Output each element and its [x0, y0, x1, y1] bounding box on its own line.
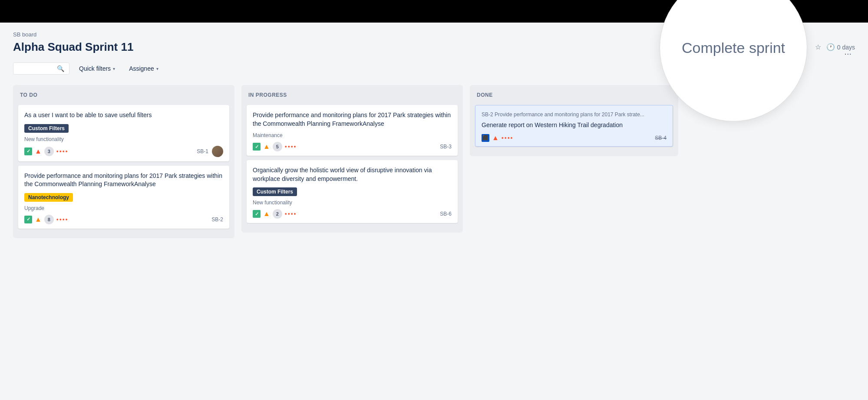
- search-input[interactable]: [18, 65, 57, 72]
- assignee-filter-button[interactable]: Assignee ▾: [125, 62, 163, 75]
- card-sb4-done: SB-2 Provide performance and monitoring …: [475, 105, 673, 147]
- card-meta: New functionality: [24, 136, 223, 142]
- task-icon: ✓: [253, 143, 261, 151]
- card-meta: Upgrade: [24, 205, 223, 211]
- story-points: 2: [273, 209, 282, 219]
- card-tag: Custom Filters: [24, 124, 69, 133]
- card-title: Provide performance and monitoring plans…: [24, 172, 223, 189]
- card-title: Provide performance and monitoring plans…: [253, 111, 452, 128]
- card-meta: New functionality: [253, 200, 452, 206]
- story-points: 5: [273, 142, 282, 151]
- card-tag: Nanotechnology: [24, 193, 73, 202]
- priority-icon: ▲: [35, 216, 42, 223]
- card-sb1: As a user I want to be able to save usef…: [18, 105, 229, 161]
- column-todo: TO DO As a user I want to be able to sav…: [13, 85, 234, 238]
- dots-icon[interactable]: ••••: [56, 148, 69, 155]
- chevron-down-icon: ▾: [113, 66, 115, 71]
- card-icons: ✓ ▲ 2 ••••: [253, 209, 297, 219]
- card-title: As a user I want to be able to save usef…: [24, 111, 223, 120]
- search-box[interactable]: 🔍: [13, 62, 69, 75]
- card-sb3: Provide performance and monitoring plans…: [247, 105, 458, 156]
- story-points: 3: [44, 147, 54, 156]
- task-icon: ✓: [24, 216, 32, 223]
- card-id: SB-1: [197, 148, 208, 154]
- star-icon[interactable]: ☆: [815, 43, 821, 51]
- header-right-actions: ···: [841, 47, 855, 60]
- priority-icon: ▲: [492, 134, 499, 142]
- clock-icon: 🕐: [826, 43, 835, 51]
- card-icons: ✓ ▲ 8 ••••: [24, 215, 68, 224]
- story-points: 8: [44, 215, 54, 224]
- card-id: SB-4: [655, 135, 667, 141]
- more-options-button[interactable]: ···: [841, 47, 855, 60]
- card-footer: ✓ ▲ 5 •••• SB-3: [253, 142, 452, 151]
- card-meta: Maintenance: [253, 132, 452, 138]
- done-card-subtitle: SB-2 Provide performance and monitoring …: [482, 111, 667, 118]
- priority-icon: ▲: [263, 210, 270, 218]
- complete-sprint-label[interactable]: Complete sprint: [682, 39, 785, 56]
- dots-icon[interactable]: ••••: [502, 134, 514, 141]
- avatar: [212, 146, 223, 157]
- card-title: Generate report on Western Hiking Trail …: [482, 121, 667, 130]
- card-sb6: Organically grow the holistic world view…: [247, 160, 458, 223]
- card-id: SB-2: [211, 216, 223, 223]
- column-inprogress: IN PROGRESS Provide performance and moni…: [241, 85, 463, 233]
- task-icon: ✓: [253, 210, 261, 218]
- task-icon: ⬛: [482, 134, 489, 142]
- card-icons: ✓ ▲ 5 ••••: [253, 142, 297, 151]
- dots-icon[interactable]: ••••: [56, 216, 69, 223]
- search-icon: 🔍: [57, 65, 64, 72]
- card-footer: ✓ ▲ 3 •••• SB-1: [24, 146, 223, 157]
- card-tag: Custom Filters: [253, 187, 297, 196]
- card-footer: ✓ ▲ 8 •••• SB-2: [24, 215, 223, 224]
- page-title: Alpha Squad Sprint 11: [13, 40, 133, 54]
- quick-filters-button[interactable]: Quick filters ▾: [75, 62, 119, 75]
- priority-icon: ▲: [35, 148, 42, 155]
- column-done: DONE SB-2 Provide performance and monito…: [470, 85, 678, 156]
- card-footer: ✓ ▲ 2 •••• SB-6: [253, 209, 452, 219]
- priority-icon: ▲: [263, 143, 270, 151]
- chevron-down-icon: ▾: [156, 66, 158, 71]
- card-id: SB-6: [440, 211, 452, 217]
- dots-icon[interactable]: ••••: [285, 143, 297, 150]
- card-footer: ⬛ ▲ •••• SB-4: [482, 134, 667, 142]
- card-title: Organically grow the holistic world view…: [253, 166, 452, 183]
- column-header-todo: TO DO: [18, 90, 229, 100]
- column-header-inprogress: IN PROGRESS: [247, 90, 458, 100]
- card-icons: ⬛ ▲ ••••: [482, 134, 513, 142]
- card-id: SB-3: [440, 144, 452, 150]
- task-icon: ✓: [24, 148, 32, 155]
- dots-icon[interactable]: ••••: [285, 210, 297, 217]
- card-sb2: Provide performance and monitoring plans…: [18, 166, 229, 229]
- column-header-done: DONE: [475, 90, 673, 100]
- card-icons: ✓ ▲ 3 ••••: [24, 147, 68, 156]
